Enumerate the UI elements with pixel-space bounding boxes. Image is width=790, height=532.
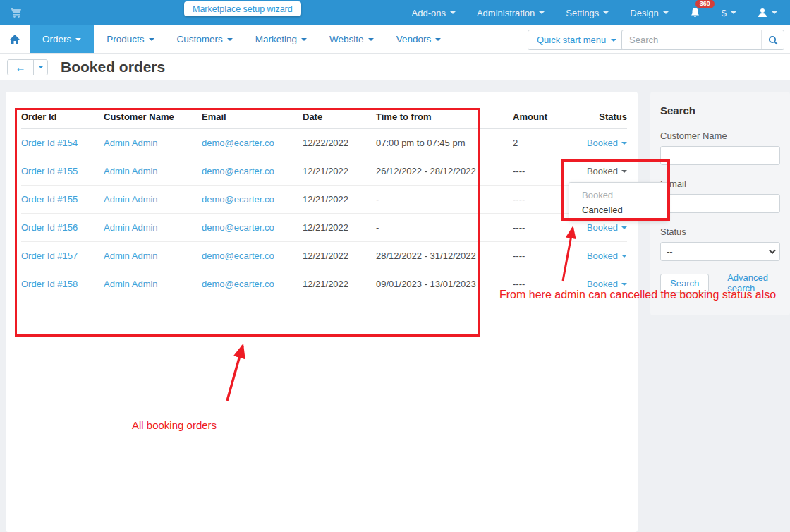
- nav-tab-marketing-label: Marketing: [255, 34, 297, 44]
- status-dropdown-trigger[interactable]: Booked: [587, 222, 627, 233]
- order-time: 07:00 pm to 07:45 pm: [376, 128, 513, 157]
- topbar-menu-design-label: Design: [630, 8, 658, 18]
- currencies-menu[interactable]: $: [722, 8, 736, 18]
- chevron-down-icon: [368, 38, 374, 41]
- col-header-order-id: Order Id: [21, 106, 104, 128]
- annotation-status-note: From here admin can cancelled the bookin…: [499, 289, 776, 301]
- nav-tab-customers[interactable]: Customers: [167, 25, 243, 53]
- table-row: Order Id #157 Admin Admin demo@ecarter.c…: [21, 241, 627, 270]
- order-date: 12/21/2022: [303, 213, 376, 241]
- status-label: Booked: [587, 222, 618, 233]
- col-header-status: Status: [569, 106, 627, 128]
- topbar-menu-administration-label: Administration: [477, 8, 535, 18]
- back-button[interactable]: ←: [8, 60, 33, 75]
- topbar-menu-addons[interactable]: Add-ons: [412, 8, 456, 18]
- status-dropdown-trigger[interactable]: Booked: [587, 279, 627, 289]
- status-label: Status: [660, 226, 780, 237]
- chevron-down-icon: [450, 11, 456, 14]
- order-amount: 2: [513, 128, 569, 157]
- col-header-time-to-from: Time to from: [376, 106, 513, 128]
- chevron-down-icon: [539, 11, 545, 14]
- customer-link[interactable]: Admin Admin: [104, 250, 158, 261]
- cart-icon[interactable]: [10, 7, 23, 18]
- status-dropdown-trigger[interactable]: Booked: [587, 250, 627, 261]
- customer-link[interactable]: Admin Admin: [104, 279, 158, 289]
- search-submit-button[interactable]: [761, 30, 784, 49]
- quick-start-menu-button[interactable]: Quick start menu: [528, 30, 626, 50]
- order-link[interactable]: Order Id #156: [21, 222, 78, 233]
- topbar-menu-design[interactable]: Design: [630, 8, 668, 18]
- order-link[interactable]: Order Id #157: [21, 250, 78, 261]
- order-time: 26/12/2022 - 28/12/2022: [376, 157, 513, 185]
- order-time: 09/01/2023 - 13/01/2023: [376, 270, 513, 298]
- chevron-down-icon: [621, 226, 627, 229]
- topbar-menu-settings[interactable]: Settings: [566, 8, 609, 18]
- order-amount: ----: [513, 241, 569, 270]
- home-button[interactable]: [0, 25, 30, 53]
- menu-item-booked[interactable]: Booked: [569, 188, 667, 202]
- order-link[interactable]: Order Id #155: [21, 166, 78, 176]
- status-label: Booked: [587, 279, 618, 289]
- chevron-down-icon: [621, 142, 627, 145]
- status-select[interactable]: --: [660, 242, 780, 261]
- order-link[interactable]: Order Id #158: [21, 279, 78, 289]
- bell-icon: [690, 7, 700, 18]
- notification-count-badge: 360: [695, 0, 715, 8]
- email-link[interactable]: demo@ecarter.co: [202, 194, 274, 205]
- account-menu[interactable]: [758, 8, 777, 18]
- customer-link[interactable]: Admin Admin: [104, 222, 158, 233]
- topbar-menu-settings-label: Settings: [566, 8, 599, 18]
- back-dropdown-button[interactable]: [33, 60, 47, 75]
- back-arrow-icon: ←: [16, 61, 26, 73]
- customer-link[interactable]: Admin Admin: [104, 138, 158, 148]
- customer-link[interactable]: Admin Admin: [104, 166, 158, 176]
- email-link[interactable]: demo@ecarter.co: [202, 222, 274, 233]
- order-amount: ----: [513, 157, 569, 185]
- booked-orders-table: Order Id Customer Name Email Date Time t…: [21, 106, 627, 298]
- nav-tab-products[interactable]: Products: [97, 25, 164, 53]
- email-field[interactable]: [660, 194, 780, 213]
- order-date: 12/22/2022: [303, 128, 376, 157]
- email-link[interactable]: demo@ecarter.co: [202, 279, 274, 289]
- email-link[interactable]: demo@ecarter.co: [202, 138, 274, 148]
- nav-tab-website[interactable]: Website: [320, 25, 384, 53]
- order-link[interactable]: Order Id #154: [21, 138, 78, 148]
- table-row: Order Id #156 Admin Admin demo@ecarter.c…: [21, 213, 627, 241]
- chevron-down-icon: [621, 255, 627, 258]
- chevron-down-icon: [611, 39, 616, 42]
- chevron-down-icon: [769, 247, 776, 254]
- table-header-row: Order Id Customer Name Email Date Time t…: [21, 106, 627, 128]
- nav-tab-vendors[interactable]: Vendors: [387, 25, 451, 53]
- main-nav: Orders Products Customers Marketing Webs…: [0, 25, 790, 54]
- chevron-down-icon: [621, 170, 627, 173]
- status-dropdown-trigger[interactable]: Booked: [587, 138, 627, 148]
- notifications-button[interactable]: 360: [690, 7, 700, 18]
- nav-tab-orders[interactable]: Orders: [30, 25, 94, 53]
- user-icon: [758, 8, 767, 18]
- customer-name-field[interactable]: [660, 146, 780, 165]
- col-header-date: Date: [303, 106, 376, 128]
- order-date: 12/21/2022: [303, 157, 376, 185]
- table-row: Order Id #155 Admin Admin demo@ecarter.c…: [21, 185, 627, 213]
- email-link[interactable]: demo@ecarter.co: [202, 166, 274, 176]
- chevron-down-icon: [603, 11, 609, 14]
- sidebar-title: Search: [660, 104, 780, 116]
- marketplace-setup-wizard-button[interactable]: Marketplace setup wizard: [184, 1, 301, 16]
- email-link[interactable]: demo@ecarter.co: [202, 250, 274, 261]
- order-date: 12/21/2022: [303, 185, 376, 213]
- nav-tab-marketing[interactable]: Marketing: [245, 25, 317, 53]
- status-label: Booked: [587, 138, 618, 148]
- status-dropdown-trigger-open[interactable]: Booked: [587, 166, 627, 176]
- order-link[interactable]: Order Id #155: [21, 194, 78, 205]
- topbar-menu-administration[interactable]: Administration: [477, 8, 545, 18]
- global-search: [621, 30, 784, 50]
- menu-item-cancelled[interactable]: Cancelled: [569, 202, 667, 217]
- page-title: Booked orders: [61, 59, 165, 75]
- topbar: Marketplace setup wizard Add-ons Adminis…: [0, 0, 790, 25]
- customer-link[interactable]: Admin Admin: [104, 194, 158, 205]
- chevron-down-icon: [663, 11, 669, 14]
- chevron-down-icon: [621, 283, 627, 286]
- order-time: -: [376, 185, 513, 213]
- col-header-email: Email: [202, 106, 303, 128]
- search-input[interactable]: [622, 30, 761, 49]
